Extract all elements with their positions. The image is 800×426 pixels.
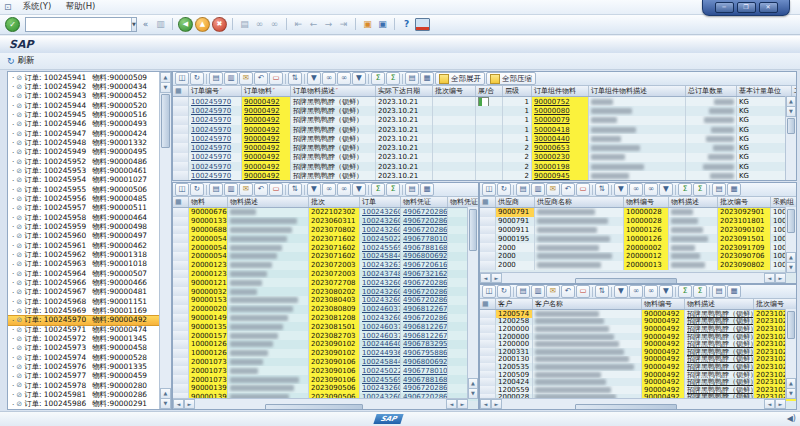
table-row[interactable]: 2000107320230901061002458444906800692202… (173, 358, 478, 367)
row-select-cell[interactable] (173, 153, 189, 162)
batch-cell[interactable]: 2023082703 (309, 331, 360, 340)
find-next-icon[interactable]: ∞ (644, 285, 658, 298)
order-cell[interactable]: 100243260 (360, 226, 401, 235)
menu-help[interactable]: 帮助(H) (58, 1, 102, 13)
table-row[interactable]: 10024597090000492招牌黑鸭鸭脖（锁鲜）2023.10.21290… (173, 143, 796, 152)
session-menu-icon[interactable]: ⊡ (0, 2, 16, 12)
table-row[interactable]: 9000015320230804031002432604906720286202… (173, 296, 478, 305)
batch-cell[interactable]: 2023090106 (309, 358, 360, 367)
print-icon[interactable]: ▤ (238, 19, 251, 29)
component-material-cell[interactable]: 90000752 (532, 97, 589, 106)
material-cell[interactable]: 20000157 (189, 331, 228, 340)
batch-cell[interactable]: 2023090106 (309, 375, 360, 384)
table-row[interactable]: 10024597090000492招牌黑鸭鸭脖（锁鲜）2023.10.21230… (173, 162, 796, 171)
tree-item[interactable]: ·⊘订单: 100245943物料:90000452 (8, 92, 159, 101)
scrollbar-thumb[interactable] (575, 404, 677, 409)
material-doc-cell[interactable]: 4906732162 (401, 270, 448, 279)
material-doc-cell[interactable]: 4906720286 (401, 384, 448, 393)
sort-icon[interactable]: ⇅ (595, 285, 609, 298)
material-desc-cell[interactable]: 招牌黑鸭鸭脖（锁鲜） (685, 356, 754, 364)
batch-cell[interactable]: 2023090102 (309, 349, 360, 358)
row-select-cell[interactable] (173, 296, 189, 305)
delete-entry-icon[interactable]: ▭ (576, 285, 590, 298)
material-cell[interactable]: 20000123 (189, 261, 228, 270)
table-row[interactable]: 120055990000492招牌黑鸭鸭脖（锁鲜）2023102201 (480, 386, 796, 394)
tree-item[interactable]: ·⊘订单: 100245944物料:90000520 (8, 101, 159, 110)
material-cell[interactable]: 90000139 (189, 384, 228, 393)
row-select-cell[interactable] (173, 349, 189, 358)
row-select-cell[interactable] (480, 348, 496, 356)
table-row[interactable]: 10024597090000492招牌黑鸭鸭脖（锁鲜）2023.10.21190… (173, 97, 796, 106)
table-row[interactable]: 2000015720230827031002460374906812267202… (173, 331, 478, 340)
tree-item[interactable]: ·⊘订单: 100245970物料:90000492 (8, 316, 159, 325)
horizontal-scrollbar[interactable]: ◄►◄► (480, 398, 786, 409)
component-material-cell[interactable]: 30000230 (532, 153, 589, 162)
batch-cell[interactable]: 2023072708 (309, 278, 360, 287)
find-next-icon[interactable]: ∞ (644, 183, 658, 196)
batch-cell[interactable]: 2023080202 (309, 287, 360, 296)
tree-item[interactable]: ·⊘订单: 100245962物料:90001318 (8, 250, 159, 259)
collapse-all-button[interactable]: 全部压缩 (486, 72, 536, 85)
supplier-cell[interactable]: 9000791 (496, 217, 535, 226)
table-row[interactable]: 1000012620230901021002449364906795886202… (173, 349, 478, 358)
expand-cell[interactable] (476, 153, 503, 162)
table-row[interactable]: 120033190000492招牌黑鸭鸭脖（锁鲜）2023102201 (480, 348, 796, 356)
find-next-icon[interactable]: ∞ (268, 19, 281, 29)
find-icon[interactable]: ∞ (322, 183, 336, 196)
row-select-cell[interactable] (480, 371, 496, 379)
table-row[interactable]: 120000090000492招牌黑鸭鸭脖（锁鲜）2023102201 (480, 325, 796, 333)
row-select-cell[interactable] (480, 261, 496, 270)
local-file-icon[interactable]: ▥ (531, 183, 545, 196)
order-number-cell[interactable]: 100245970 (189, 134, 242, 143)
exit-icon[interactable]: ▲ (195, 17, 210, 32)
table-row[interactable]: 9000013320230603111002432604906720286202… (173, 217, 478, 226)
table-row[interactable]: 90007911000002820231018011000 (480, 217, 796, 226)
column-header[interactable]: 批次编号 (754, 299, 796, 309)
delete-entry-icon[interactable]: ▭ (576, 183, 590, 196)
table-row[interactable]: 9000013520230815011002460374906812267202… (173, 322, 478, 331)
table-row[interactable]: 120025890000492招牌黑鸭鸭脖（锁鲜）2023102201 (480, 318, 796, 326)
refresh-icon[interactable]: ↻ (190, 72, 204, 85)
select-all-corner[interactable]: ▦ (173, 197, 189, 207)
order-cell[interactable]: 100245569 (360, 375, 401, 384)
expand-cell[interactable] (476, 125, 503, 134)
local-file-icon[interactable]: ▥ (224, 183, 238, 196)
send-mail-icon[interactable]: ✉ (239, 183, 253, 196)
sort-icon[interactable]: ⇅ (288, 183, 302, 196)
column-header[interactable]: 基本计量单位 (737, 86, 792, 96)
tree-item[interactable]: ·⊘订单: 100245968物料:90001151 (8, 297, 159, 306)
tree-item[interactable]: ·⊘订单: 100245948物料:90001332 (8, 138, 159, 147)
set-filter-icon[interactable]: ▼ (659, 183, 673, 196)
undo-icon[interactable]: ↶ (254, 72, 268, 85)
order-cell[interactable]: 100243260 (360, 296, 401, 305)
material-cell[interactable]: 20000002 (624, 243, 669, 252)
material-cell[interactable]: 10000028 (624, 208, 669, 217)
row-select-cell[interactable] (173, 106, 189, 115)
column-header[interactable]: 订单物料描述˝ (291, 86, 376, 96)
send-mail-icon[interactable]: ✉ (239, 72, 253, 85)
local-file-icon[interactable]: ▥ (531, 285, 545, 298)
material-doc-cell[interactable]: 4906812267 (401, 322, 448, 331)
subtotal-icon[interactable]: Σ (386, 183, 400, 196)
total-icon[interactable]: Σ (678, 285, 692, 298)
order-number-cell[interactable]: 100245970 (189, 153, 242, 162)
layout-icon[interactable]: ▦ (727, 285, 741, 298)
subtotal-icon[interactable]: Σ (693, 285, 707, 298)
scroll-down-icon[interactable]: ▼ (160, 398, 171, 409)
save-icon[interactable]: ▥ (154, 19, 167, 29)
tree-item[interactable]: ·⊘订单: 100245960物料:90000497 (8, 232, 159, 241)
order-number-cell[interactable]: 100245970 (189, 162, 242, 171)
row-select-cell[interactable] (173, 261, 189, 270)
order-material-cell[interactable]: 90000492 (242, 106, 291, 115)
table-row[interactable]: 2000012320230720031002432634906720616202… (173, 261, 478, 270)
order-number-cell[interactable]: 100245970 (189, 106, 242, 115)
column-header[interactable]: 供应商名称 (535, 197, 624, 207)
material-doc-cell[interactable]: 4906778010 (401, 366, 448, 375)
material-cell[interactable]: 90000492 (642, 318, 685, 326)
delete-entry-icon[interactable]: ▭ (269, 183, 283, 196)
row-select-cell[interactable] (173, 314, 189, 323)
layout-icon[interactable]: ▦ (727, 183, 741, 196)
select-all-corner[interactable]: ▦ (480, 197, 496, 207)
expand-cell[interactable] (476, 143, 503, 152)
table-row[interactable]: 2000107320230901061002450224906778010202… (173, 366, 478, 375)
